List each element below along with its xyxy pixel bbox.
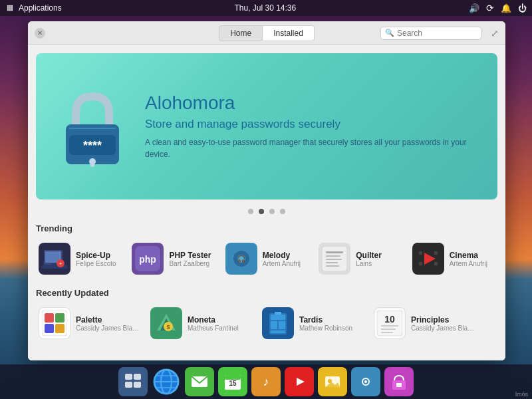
svg-rect-53: [279, 321, 285, 329]
spiceup-name: Spice-Up: [76, 251, 121, 260]
app-item-cinema[interactable]: Cinema Artem Anufrij: [410, 240, 497, 277]
svg-rect-59: [381, 329, 396, 330]
window-maximize-button[interactable]: ⤢: [491, 28, 499, 39]
app-item-phptester[interactable]: php PHP Tester Bart Zaalberg: [129, 240, 217, 277]
dot-2[interactable]: [259, 209, 264, 214]
taskbar-settings[interactable]: [351, 367, 380, 396]
hero-banner[interactable]: **** Alohomora Store and manage password…: [36, 53, 497, 200]
hero-app-icon: ****: [56, 90, 129, 163]
search-icon: 🔍: [385, 29, 394, 37]
moneta-name: Moneta: [188, 315, 251, 325]
taskbar-calendar[interactable]: 15: [218, 367, 247, 396]
tardis-author: Mathew Robinson: [299, 325, 363, 332]
desktop: Applications Thu, Jul 30 14:36 🔊 ⟳ 🔔 ⏻ ✕…: [0, 0, 532, 399]
svg-rect-43: [55, 324, 65, 333]
svg-point-3: [7, 7, 9, 9]
apps-menu-icon[interactable]: [5, 3, 15, 13]
svg-point-1: [9, 5, 11, 7]
window-search-area: 🔍: [380, 27, 481, 40]
svg-rect-63: [125, 382, 132, 388]
window-close-button[interactable]: ✕: [35, 28, 45, 39]
dot-3[interactable]: [269, 209, 275, 214]
taskbar-photos[interactable]: [318, 367, 347, 396]
recently-updated-row: Palette Cassidy James Blaede $: [36, 305, 497, 342]
quilter-icon: [319, 243, 350, 275]
app-store-window: ✕ Home Installed 🔍 ⤢: [28, 21, 505, 360]
topbar-right: 🔊 ⟳ 🔔 ⏻: [469, 3, 527, 13]
principles-icon: 10: [374, 307, 406, 339]
phptester-info: PHP Tester Bart Zaalberg: [169, 251, 214, 267]
app-item-melody[interactable]: 🎧 Melody Artem Anufrij: [223, 240, 311, 277]
svg-rect-32: [326, 265, 339, 267]
app-item-spiceup[interactable]: + Spice-Up Felipe Escoto: [36, 240, 124, 277]
volume-icon[interactable]: 🔊: [469, 3, 479, 13]
spiceup-info: Spice-Up Felipe Escoto: [76, 251, 121, 267]
bell-icon[interactable]: 🔔: [501, 3, 511, 13]
app-item-quilter[interactable]: Quilter Lains: [316, 240, 404, 277]
svg-point-2: [11, 5, 13, 7]
svg-rect-61: [125, 374, 132, 380]
svg-text:♪: ♪: [263, 375, 269, 388]
svg-point-8: [11, 9, 13, 11]
principles-info: Principles Cassidy James Blaede: [411, 315, 475, 332]
moneta-icon: $: [150, 307, 182, 339]
svg-point-85: [364, 380, 367, 383]
svg-rect-38: [434, 262, 438, 265]
topbar-apps-label[interactable]: Applications: [19, 3, 62, 13]
taskbar-browser[interactable]: [152, 367, 181, 396]
svg-rect-36: [419, 262, 422, 265]
melody-info: Melody Artem Anufrij: [263, 251, 308, 267]
svg-rect-88: [396, 383, 402, 387]
dot-1[interactable]: [248, 209, 253, 214]
window-titlebar: ✕ Home Installed 🔍 ⤢: [28, 21, 505, 45]
svg-rect-40: [45, 313, 54, 323]
power-icon[interactable]: ⏻: [518, 3, 527, 13]
svg-rect-31: [326, 262, 338, 263]
principles-author: Cassidy James Blaede: [411, 325, 475, 332]
tardis-icon: [262, 307, 294, 339]
phptester-author: Bart Zaalberg: [169, 260, 214, 267]
app-item-moneta[interactable]: $ Moneta Matheus Fantinel: [148, 305, 254, 342]
phptester-name: PHP Tester: [169, 251, 214, 260]
hero-subtitle: Store and manage passwords securely: [145, 118, 477, 131]
nav-installed-button[interactable]: Installed: [262, 25, 315, 41]
hero-title: Alohomora: [145, 92, 477, 114]
svg-point-0: [7, 5, 9, 7]
nav-home-button[interactable]: Home: [219, 25, 262, 41]
svg-point-4: [9, 7, 11, 9]
palette-icon: [39, 307, 70, 339]
taskbar-mail[interactable]: [185, 367, 214, 396]
topbar: Applications Thu, Jul 30 14:36 🔊 ⟳ 🔔 ⏻: [0, 0, 532, 16]
moneta-author: Matheus Fantinel: [188, 325, 251, 332]
window-content: **** Alohomora Store and manage password…: [28, 45, 505, 360]
taskbar-store[interactable]: [384, 367, 414, 396]
refresh-icon[interactable]: ⟳: [486, 3, 494, 13]
spiceup-icon: +: [39, 243, 70, 275]
app-item-principles[interactable]: 10 Principles Cassidy James Blaede: [371, 305, 477, 342]
banner-dots: [36, 209, 497, 214]
taskbar-youtube[interactable]: [285, 367, 314, 396]
topbar-datetime: Thu, Jul 30 14:36: [234, 3, 296, 13]
dot-4[interactable]: [280, 209, 285, 214]
taskbar-multitasking[interactable]: [118, 367, 148, 396]
svg-rect-58: [381, 325, 398, 327]
search-input[interactable]: [397, 29, 477, 38]
taskbar-label: lmós: [515, 391, 528, 398]
app-item-tardis[interactable]: Tardis Mathew Robinson: [259, 305, 366, 342]
recently-updated-section-label: Recently Updated: [36, 288, 497, 298]
svg-rect-42: [45, 324, 54, 333]
svg-rect-52: [271, 321, 277, 329]
cinema-name: Cinema: [450, 251, 495, 260]
svg-text:+: +: [59, 261, 63, 267]
svg-point-7: [9, 9, 11, 11]
svg-rect-10: [69, 128, 116, 129]
svg-rect-55: [275, 312, 281, 315]
melody-icon: 🎧: [225, 243, 257, 275]
svg-rect-54: [271, 331, 285, 333]
svg-rect-30: [326, 259, 342, 260]
svg-text:$: $: [166, 324, 170, 331]
trending-section-label: Trending: [36, 223, 497, 233]
quilter-author: Lains: [356, 260, 401, 267]
taskbar-music[interactable]: ♪: [251, 367, 281, 396]
app-item-palette[interactable]: Palette Cassidy James Blaede: [36, 305, 142, 342]
